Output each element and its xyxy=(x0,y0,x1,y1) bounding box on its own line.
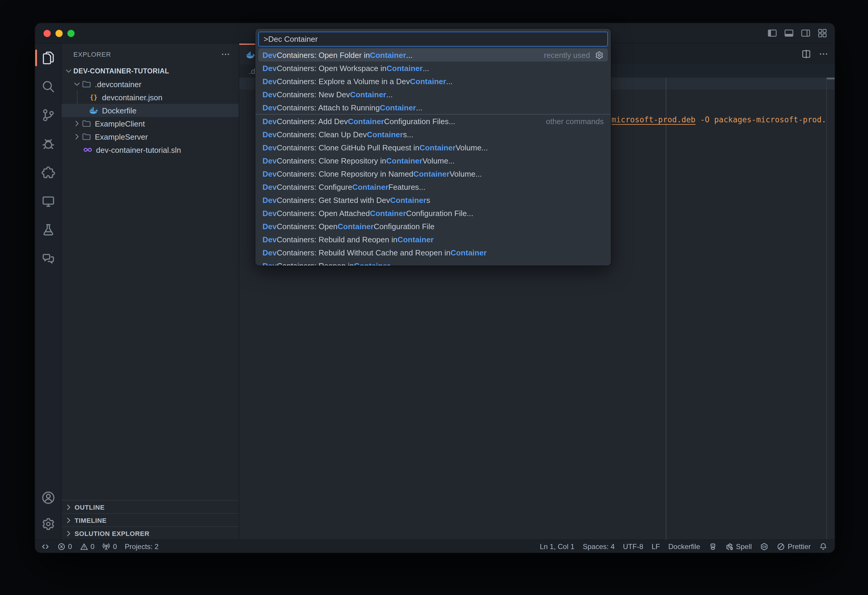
status-bar-left: 000Projects: 2 xyxy=(41,542,159,551)
match-highlight: Dev xyxy=(263,143,277,152)
palette-item-15[interactable]: Dev Containers: Rebuild Without Cache an… xyxy=(258,246,608,259)
tree-row-devcontainer.json[interactable]: {}devcontainer.json xyxy=(62,91,239,104)
status-indentation[interactable]: Spaces: 4 xyxy=(583,542,615,551)
label-text: Volume... xyxy=(456,143,488,152)
panel-outline[interactable]: OUTLINE xyxy=(62,500,239,513)
panel-timeline[interactable]: TIMELINE xyxy=(62,513,239,526)
toggle-primary-sidebar-icon[interactable] xyxy=(767,28,777,38)
palette-item-11[interactable]: Dev Containers: Get Started with Dev Con… xyxy=(258,193,608,206)
error-circle-icon xyxy=(57,542,66,551)
match-highlight: Dev xyxy=(263,130,277,139)
status-bar: 000Projects: 2 Ln 1, Col 1Spaces: 4UTF-8… xyxy=(35,539,835,553)
status-ports[interactable]: 0 xyxy=(102,542,117,551)
palette-item-9[interactable]: Dev Containers: Clone Repository in Name… xyxy=(258,167,608,180)
activity-item-extensions[interactable] xyxy=(35,158,61,187)
tree-row-ExampleClient[interactable]: ExampleClient xyxy=(62,117,239,130)
source-control-icon xyxy=(41,108,55,122)
tree-label: ExampleClient xyxy=(95,119,145,128)
label-text: Containers: Configure xyxy=(277,182,352,191)
tree-label: dev-container-tutorial.sln xyxy=(96,145,181,154)
status-eol[interactable]: LF xyxy=(652,542,660,551)
command-palette-input[interactable] xyxy=(258,32,608,47)
docker-whale-icon xyxy=(246,50,255,59)
activity-item-search[interactable] xyxy=(35,72,61,101)
split-editor-icon[interactable] xyxy=(801,49,811,59)
status-language-mode[interactable]: Dockerfile xyxy=(669,542,700,551)
match-highlight: Container xyxy=(397,235,433,244)
tree-row-.devcontainer[interactable]: .devcontainer xyxy=(62,78,239,91)
sidebar-header: EXPLORER xyxy=(62,44,239,64)
status-cursor-position[interactable]: Ln 1, Col 1 xyxy=(540,542,574,551)
palette-item-7[interactable]: Dev Containers: Clone GitHub Pull Reques… xyxy=(258,141,608,154)
status-robot[interactable] xyxy=(709,542,717,551)
tree-root-row[interactable]: DEV-CONTAINER-TUTORIAL xyxy=(62,64,239,78)
palette-item-8[interactable]: Dev Containers: Clone Repository in Cont… xyxy=(258,154,608,167)
minimize-window-button[interactable] xyxy=(56,30,63,37)
tree-row-Dockerfile[interactable]: Dockerfile xyxy=(62,104,239,117)
status-csharp[interactable]: C# xyxy=(760,542,769,551)
status-errors[interactable]: 0 xyxy=(57,542,72,551)
chevron-right-icon xyxy=(72,132,82,141)
docker-file-icon xyxy=(89,106,99,115)
more-actions-icon[interactable] xyxy=(818,49,829,59)
label-text: Containers: Explore a Volume in a Dev xyxy=(277,77,410,86)
panel-solution-explorer[interactable]: SOLUTION EXPLORER xyxy=(62,526,239,539)
tree-row-dev-container-tutorial.sln[interactable]: dev-container-tutorial.sln xyxy=(62,143,239,156)
label-text: ... xyxy=(406,50,412,59)
match-highlight: Container xyxy=(352,182,388,191)
customize-layout-icon[interactable] xyxy=(817,28,827,38)
palette-item-2[interactable]: Dev Containers: Explore a Volume in a De… xyxy=(258,75,608,88)
toggle-panel-icon[interactable] xyxy=(784,28,794,38)
more-actions-icon[interactable] xyxy=(221,49,230,59)
palette-item-1[interactable]: Dev Containers: Open Workspace in Contai… xyxy=(258,61,608,75)
activity-item-accounts[interactable] xyxy=(35,485,61,511)
label-text: Containers: Reopen in xyxy=(277,261,354,266)
toggle-secondary-sidebar-icon[interactable] xyxy=(801,28,811,38)
status-remote[interactable] xyxy=(41,542,50,551)
activity-item-settings[interactable] xyxy=(35,511,61,537)
panel-label: SOLUTION EXPLORER xyxy=(75,530,149,537)
palette-item-0[interactable]: Dev Containers: Open Folder in Container… xyxy=(258,48,608,61)
status-prettier[interactable]: Prettier xyxy=(777,542,811,551)
activity-item-explorer[interactable] xyxy=(35,44,61,72)
match-highlight: Dev xyxy=(263,103,277,112)
palette-item-12[interactable]: Dev Containers: Open Attached Container … xyxy=(258,206,608,220)
status-encoding[interactable]: UTF-8 xyxy=(623,542,644,551)
palette-item-16[interactable]: Dev Containers: Reopen in Container xyxy=(258,259,608,266)
palette-item-13[interactable]: Dev Containers: Open Container Configura… xyxy=(258,220,608,233)
palette-item-10[interactable]: Dev Containers: Configure Container Feat… xyxy=(258,180,608,193)
status-spell-checker[interactable]: Spell xyxy=(725,542,752,551)
palette-item-4[interactable]: Dev Containers: Attach to Running Contai… xyxy=(258,101,608,114)
tree-row-ExampleServer[interactable]: ExampleServer xyxy=(62,130,239,143)
activity-item-run-debug[interactable] xyxy=(35,130,61,158)
palette-item-3[interactable]: Dev Containers: New Dev Container... xyxy=(258,88,608,101)
csharp-icon: C# xyxy=(760,542,769,551)
vs-file-icon xyxy=(83,145,93,155)
label-text: Containers: Clone Repository in Named xyxy=(277,169,413,178)
label-text: Containers: Rebuild and Reopen in xyxy=(277,235,398,244)
palette-item-5[interactable]: Dev Containers: Add Dev Container Config… xyxy=(258,115,608,128)
scrollbar-thumb[interactable] xyxy=(827,78,835,79)
robot-icon xyxy=(709,542,717,551)
chevron-down-icon xyxy=(64,66,73,76)
configure-keybinding-gear-icon[interactable] xyxy=(595,50,604,59)
activity-item-testing[interactable] xyxy=(35,215,61,244)
folder-file-icon xyxy=(82,119,91,128)
activity-item-remote-explorer[interactable] xyxy=(35,187,61,215)
palette-item-6[interactable]: Dev Containers: Clean Up Dev Containers.… xyxy=(258,128,608,141)
status-projects[interactable]: Projects: 2 xyxy=(125,542,158,551)
match-highlight: Container xyxy=(348,117,384,126)
zoom-window-button[interactable] xyxy=(67,30,75,37)
folder-file-icon xyxy=(82,132,91,141)
status-notifications[interactable] xyxy=(819,542,827,551)
sidebar-title: EXPLORER xyxy=(73,50,111,58)
close-window-button[interactable] xyxy=(44,30,51,37)
activity-item-source-control[interactable] xyxy=(35,101,61,130)
status-text: 0 xyxy=(90,542,94,551)
code-link[interactable]: microsoft-prod.deb xyxy=(611,115,695,124)
palette-item-14[interactable]: Dev Containers: Rebuild and Reopen in Co… xyxy=(258,233,608,246)
status-warnings[interactable]: 0 xyxy=(80,542,94,551)
chevron-right-icon xyxy=(64,515,73,525)
match-highlight: Dev xyxy=(263,222,277,231)
activity-item-comments[interactable] xyxy=(35,244,61,273)
